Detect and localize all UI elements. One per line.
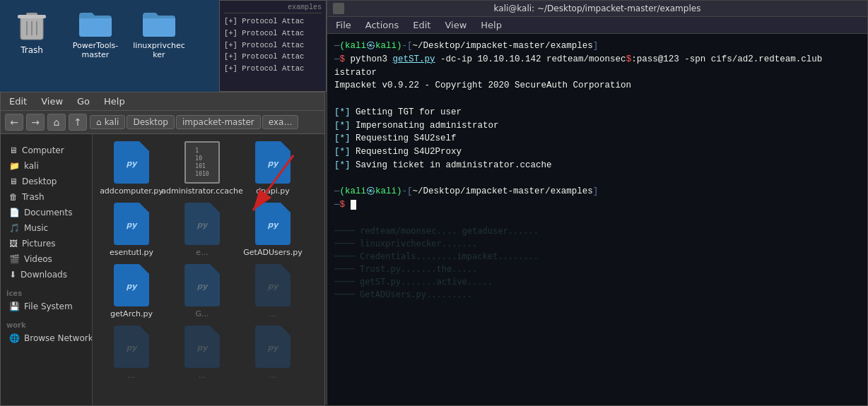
sidebar-devices-label: ices	[1, 287, 92, 299]
trash-label: Trash	[20, 45, 43, 55]
file-manager-window: Edit View Go Help ← → ⌂ ↑ ⌂ kali Desktop…	[0, 92, 325, 406]
file-manager-sidebar: 🖥 Computer 📁 kali 🖥 Desktop 🗑 Trash 📄 Do…	[1, 134, 93, 405]
protocol-line-3: [+] Protocol Attac	[224, 40, 322, 52]
home-icon: ⌂	[96, 117, 102, 127]
file-dpapi[interactable]: py dpapi.py	[241, 141, 305, 196]
desktop-icon-powertools[interactable]: PowerTools-master	[71, 7, 120, 59]
forward-button[interactable]: →	[26, 114, 45, 131]
svg-rect-2	[18, 15, 46, 18]
file-admin-ccache[interactable]: 1101011010 administrator.ccache	[170, 141, 234, 196]
terminal-line-tgt: [*] Getting TGT for user	[334, 106, 860, 119]
desktop-icon-trash[interactable]: Trash	[7, 7, 57, 59]
protocol-line-1: [+] Protocol Attac	[224, 16, 322, 28]
py-icon-row4-3: py	[184, 326, 220, 368]
terminal-line-prompt2: ─(kali㉿kali)-[~/Desktop/impacket-master/…	[334, 185, 860, 198]
terminal-line-blank1	[334, 92, 860, 106]
sidebar-item-trash[interactable]: 🗑 Trash	[1, 189, 92, 205]
file-addcomputer[interactable]: py addcomputer.py	[100, 141, 163, 196]
terminal-title: kali@kali: ~/Desktop/impacket-master/exa…	[494, 4, 701, 13]
terminal-line-saving: [*] Saving ticket in administrator.ccach…	[334, 159, 860, 172]
home-button[interactable]: ⌂	[47, 114, 66, 131]
py-icon-getadusers: py	[255, 203, 291, 245]
file-grid: py addcomputer.py 1101011010 administrat…	[93, 134, 324, 405]
terminal-line-cursor: ─$	[334, 198, 860, 212]
py-icon-esentutl: py	[114, 203, 149, 245]
terminal-menu-help[interactable]: Help	[478, 18, 505, 32]
terminal-bg-output: ──── redteam/moonsec.... getaduser......…	[334, 225, 860, 301]
linuxprivchecker-label: linuxprivchecker	[133, 41, 184, 59]
sidebar-item-videos[interactable]: 🎬 Videos	[1, 251, 92, 267]
py-icon-addcomputer: py	[114, 141, 149, 184]
file-e-partial[interactable]: py e...	[170, 203, 234, 257]
cache-icon: 1101011010	[184, 141, 220, 184]
menu-edit[interactable]: Edit	[6, 95, 30, 108]
menu-go[interactable]: Go	[74, 95, 93, 108]
protocol-line-2: [+] Protocol Attac	[224, 28, 322, 40]
terminal-menu-view[interactable]: View	[442, 18, 469, 32]
sidebar-item-desktop[interactable]: 🖥 Desktop	[1, 174, 92, 189]
music-icon: 🎵	[9, 223, 20, 233]
terminal-body[interactable]: ─(kali㉿kali)-[~/Desktop/impacket-master/…	[327, 34, 867, 405]
terminal-titlebar: kali@kali: ~/Desktop/impacket-master/exa…	[327, 1, 867, 17]
breadcrumb-kali[interactable]: ⌂ kali	[90, 115, 125, 129]
sidebar-item-downloads[interactable]: ⬇ Downloads	[1, 267, 92, 282]
protocol-panel-title: examples	[224, 4, 322, 13]
sidebar-network-label: work	[1, 318, 92, 330]
window-minimize-button[interactable]	[333, 3, 344, 14]
network-icon: 🌐	[9, 333, 20, 343]
menu-help[interactable]: Help	[101, 95, 128, 108]
file-row4-3-label: ...	[199, 371, 206, 380]
file-getadusers[interactable]: py GetADUsers.py	[241, 203, 305, 257]
sidebar-item-filesystem[interactable]: 💾 File System	[1, 299, 92, 314]
file-admin-ccache-label: administrator.ccache	[161, 186, 243, 196]
file-dpapi-label: dpapi.py	[256, 186, 290, 196]
py-icon-e-partial: py	[184, 203, 220, 245]
sidebar-item-kali[interactable]: 📁 kali	[1, 158, 92, 174]
breadcrumb: ⌂ kali Desktop impacket-master exa…	[90, 115, 320, 129]
computer-icon: 🖥	[9, 145, 18, 155]
py-icon-dpapi: py	[255, 141, 291, 184]
pictures-icon: 🖼	[9, 239, 18, 249]
terminal-cursor	[351, 200, 356, 210]
file-row4-4-label: ...	[269, 371, 277, 380]
documents-icon: 📄	[9, 208, 20, 217]
file-esentutl[interactable]: py esentutl.py	[100, 203, 163, 257]
terminal-line-blank2	[334, 172, 860, 186]
desktop-icon-linuxprivchecker[interactable]: linuxprivchecker	[134, 7, 184, 59]
breadcrumb-impacket[interactable]: impacket-master	[176, 115, 261, 129]
sidebar-item-pictures[interactable]: 🖼 Pictures	[1, 236, 92, 251]
file-row4-4[interactable]: py ...	[241, 326, 305, 380]
file-e-partial-label: e...	[196, 248, 208, 257]
file-g-partial[interactable]: py G...	[170, 264, 234, 318]
file-row4-1[interactable]: py ...	[241, 264, 305, 318]
protocol-line-5: [+] Protocol Attac	[224, 63, 322, 75]
terminal-menu-edit[interactable]: Edit	[410, 18, 433, 32]
downloads-icon: ⬇	[9, 270, 16, 280]
file-row4-2[interactable]: py ...	[100, 326, 163, 380]
desktop-icon-small: 🖥	[9, 177, 18, 186]
sidebar-item-browse-network[interactable]: 🌐 Browse Network	[1, 330, 92, 346]
terminal-line-s4u2proxy: [*] Requesting S4U2Proxy	[334, 145, 860, 159]
kali-folder-icon: 📁	[9, 161, 20, 171]
py-icon-getarch: py	[114, 264, 149, 306]
file-getarch[interactable]: py getArch.py	[100, 264, 163, 318]
file-row4-3[interactable]: py ...	[170, 326, 234, 380]
breadcrumb-desktop[interactable]: Desktop	[127, 115, 175, 129]
menu-view[interactable]: View	[38, 95, 66, 108]
videos-icon: 🎬	[9, 254, 20, 264]
back-button[interactable]: ←	[5, 114, 23, 131]
file-esentutl-label: esentutl.py	[110, 248, 153, 257]
terminal-menu-actions[interactable]: Actions	[363, 18, 402, 32]
terminal-menu-file[interactable]: File	[333, 18, 354, 32]
sidebar-item-computer[interactable]: 🖥 Computer	[1, 143, 92, 158]
terminal-line-impersonate: [*] Impersonating administrator	[334, 119, 860, 133]
sidebar-item-music[interactable]: 🎵 Music	[1, 220, 92, 236]
file-g-partial-label: G...	[195, 309, 209, 318]
terminal-window: kali@kali: ~/Desktop/impacket-master/exa…	[327, 0, 868, 406]
breadcrumb-examples[interactable]: exa…	[262, 115, 299, 129]
file-manager-menubar: Edit View Go Help	[1, 92, 324, 111]
up-button[interactable]: ↑	[69, 114, 87, 131]
sidebar-item-documents[interactable]: 📄 Documents	[1, 205, 92, 220]
file-getarch-label: getArch.py	[110, 309, 153, 318]
file-getadusers-label: GetADUsers.py	[243, 248, 302, 257]
